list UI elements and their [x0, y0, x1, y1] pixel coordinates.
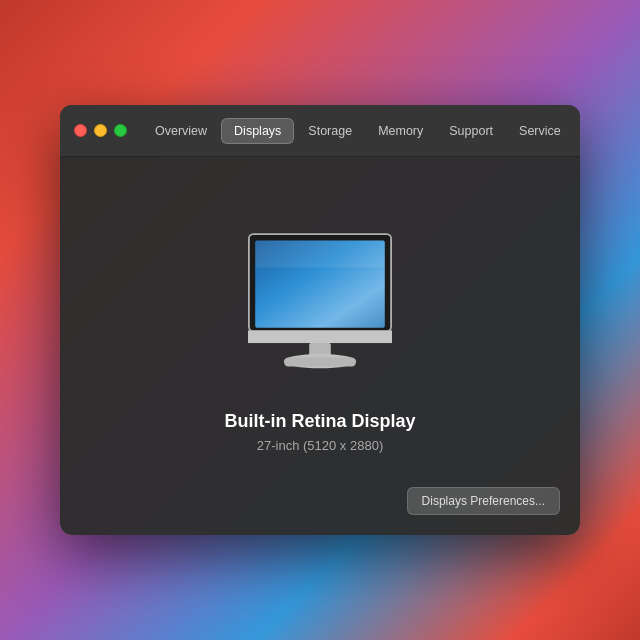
tab-service[interactable]: Service: [507, 119, 573, 143]
imac-illustration: [230, 223, 410, 387]
minimize-button[interactable]: [94, 124, 107, 137]
display-info: Built-in Retina Display 27-inch (5120 x …: [224, 411, 415, 453]
maximize-button[interactable]: [114, 124, 127, 137]
svg-rect-4: [248, 330, 392, 343]
close-button[interactable]: [74, 124, 87, 137]
tab-memory[interactable]: Memory: [366, 119, 435, 143]
tab-storage[interactable]: Storage: [296, 119, 364, 143]
tab-displays[interactable]: Displays: [221, 118, 294, 144]
svg-rect-3: [255, 240, 385, 267]
svg-rect-7: [284, 357, 356, 366]
traffic-lights: [74, 124, 127, 137]
tab-overview[interactable]: Overview: [143, 119, 219, 143]
titlebar: Overview Displays Storage Memory Support…: [60, 105, 580, 157]
system-information-window: Overview Displays Storage Memory Support…: [60, 105, 580, 535]
display-name: Built-in Retina Display: [224, 411, 415, 432]
display-spec: 27-inch (5120 x 2880): [224, 438, 415, 453]
displays-preferences-button[interactable]: Displays Preferences...: [407, 487, 560, 515]
tab-support[interactable]: Support: [437, 119, 505, 143]
tab-bar: Overview Displays Storage Memory Support…: [143, 118, 573, 144]
main-content: Built-in Retina Display 27-inch (5120 x …: [60, 157, 580, 535]
